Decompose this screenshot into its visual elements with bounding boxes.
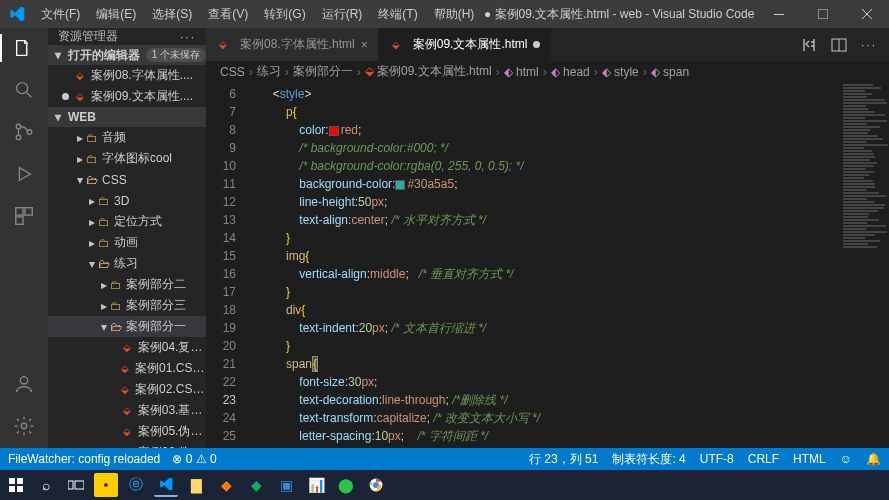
folder-item[interactable]: ▸🗀定位方式 [48,211,206,232]
breadcrumb-item[interactable]: ⬖ style [602,65,639,79]
breadcrumb-item[interactable]: ⬖ head [551,65,590,79]
breadcrumb-item[interactable]: CSS [220,65,245,79]
folder-item[interactable]: ▸🗀案例部分三 [48,295,206,316]
open-editors-header[interactable]: ▾ 打开的编辑器 1 个未保存 [48,45,206,65]
status-problems[interactable]: ⊗ 0 ⚠ 0 [172,452,216,466]
open-editor-item[interactable]: ⬙案例08.字体属性.... [48,65,206,86]
taskbar-explorer-icon[interactable]: ▇ [184,473,208,497]
vscode-logo-icon [0,6,34,22]
breadcrumb-item[interactable]: 练习 [257,63,281,80]
svg-rect-1 [818,9,828,19]
file-item[interactable]: ⬙案例02.CSS应... [48,379,206,400]
minimap[interactable] [839,83,889,448]
menu-item[interactable]: 终端(T) [371,2,424,27]
svg-rect-17 [9,478,15,484]
maximize-button[interactable] [801,0,845,28]
window-title: ● 案例09.文本属性.html - web - Visual Studio C… [481,6,757,23]
modified-indicator-icon [533,41,540,48]
svg-rect-20 [17,486,23,492]
debug-icon[interactable] [12,162,36,186]
folder-item[interactable]: ▸🗀动画 [48,232,206,253]
windows-taskbar: ⌕ • ⓔ ▇ ◆ ◆ ▣ 📊 ⬤ [0,470,889,500]
compare-changes-icon[interactable] [801,37,817,53]
menu-item[interactable]: 选择(S) [145,2,199,27]
close-icon[interactable]: × [361,38,368,52]
minimize-button[interactable] [757,0,801,28]
folder-item[interactable]: ▸🗀3D [48,190,206,211]
file-item[interactable]: ⬙案例06.伪元... [48,442,206,448]
extensions-icon[interactable] [12,204,36,228]
account-icon[interactable] [12,372,36,396]
svg-point-4 [17,83,28,94]
taskbar-search-icon[interactable]: ⌕ [34,473,58,497]
svg-point-6 [16,124,21,129]
start-button[interactable] [4,473,28,497]
breadcrumb-item[interactable]: ⬖ span [651,65,689,79]
taskbar-vscode-icon[interactable] [154,473,178,497]
status-eol[interactable]: CRLF [748,452,779,466]
workspace-root-header[interactable]: ▾WEB [48,107,206,127]
menu-item[interactable]: 帮助(H) [427,2,482,27]
status-tabsize[interactable]: 制表符长度: 4 [612,451,685,468]
source-control-icon[interactable] [12,120,36,144]
tabs-bar: ⬙案例08.字体属性.html×⬙案例09.文本属性.html ··· [206,28,889,61]
taskbar-app-icon[interactable]: ▣ [274,473,298,497]
breadcrumb-item[interactable]: 案例部分一 [293,63,353,80]
taskbar-app-icon[interactable]: • [94,473,118,497]
taskbar-app-icon[interactable]: 📊 [304,473,328,497]
title-bar: 文件(F)编辑(E)选择(S)查看(V)转到(G)运行(R)终端(T)帮助(H)… [0,0,889,28]
menu-item[interactable]: 编辑(E) [89,2,143,27]
folder-item[interactable]: ▸🗀案例部分二 [48,274,206,295]
file-item[interactable]: ⬙案例04.复杂... [48,337,206,358]
breadcrumb-item[interactable]: ⬖ html [504,65,539,79]
editor-tab[interactable]: ⬙案例09.文本属性.html [379,28,552,61]
taskbar-app-icon[interactable]: ⬤ [334,473,358,497]
taskview-icon[interactable] [64,473,88,497]
folder-item[interactable]: ▸🗀音频 [48,127,206,148]
folder-item[interactable]: ▸🗀字体图标cool [48,148,206,169]
menu-item[interactable]: 转到(G) [257,2,312,27]
file-item[interactable]: ⬙案例01.CSS的... [48,358,206,379]
sidebar-title: 资源管理器 [58,28,118,45]
taskbar-chrome-icon[interactable] [364,473,388,497]
more-actions-icon[interactable]: ··· [861,38,877,52]
file-item[interactable]: ⬙案例03.基础... [48,400,206,421]
svg-point-7 [16,135,21,140]
split-editor-icon[interactable] [831,37,847,53]
taskbar-app-icon[interactable]: ◆ [244,473,268,497]
status-bell-icon[interactable]: 🔔 [866,452,881,466]
svg-rect-10 [16,208,23,215]
svg-line-5 [27,93,32,98]
taskbar-app-icon[interactable]: ◆ [214,473,238,497]
close-button[interactable] [845,0,889,28]
status-cursor[interactable]: 行 23，列 51 [529,451,598,468]
sidebar-more-icon[interactable]: ··· [180,30,196,44]
status-language[interactable]: HTML [793,452,826,466]
svg-point-13 [20,377,27,384]
settings-gear-icon[interactable] [12,414,36,438]
line-numbers: 6789101112131415161718192021222324252627… [206,83,246,448]
search-icon[interactable] [12,78,36,102]
svg-marker-9 [19,168,30,181]
menu-item[interactable]: 运行(R) [315,2,370,27]
code-editor[interactable]: <style> p{ color:red; /* background-colo… [246,83,889,448]
status-feedback-icon[interactable]: ☺ [840,452,852,466]
svg-rect-19 [9,486,15,492]
file-item[interactable]: ⬙案例05.伪类... [48,421,206,442]
menu-item[interactable]: 查看(V) [201,2,255,27]
taskbar-edge-icon[interactable]: ⓔ [124,473,148,497]
status-filewatcher[interactable]: FileWatcher: config reloaded [8,452,160,466]
breadcrumb-item[interactable]: ⬙ 案例09.文本属性.html [365,63,492,80]
open-editor-item[interactable]: ⬙案例09.文本属性.... [48,86,206,107]
breadcrumb[interactable]: CSS›练习›案例部分一›⬙ 案例09.文本属性.html›⬖ html›⬖ h… [206,61,889,83]
explorer-icon[interactable] [12,36,36,60]
editor-tab[interactable]: ⬙案例08.字体属性.html× [206,28,379,61]
menu-item[interactable]: 文件(F) [34,2,87,27]
editor-area: ⬙案例08.字体属性.html×⬙案例09.文本属性.html ··· CSS›… [206,28,889,448]
status-encoding[interactable]: UTF-8 [700,452,734,466]
svg-rect-22 [75,481,84,489]
folder-item[interactable]: ▾🗁案例部分一 [48,316,206,337]
folder-item[interactable]: ▾🗁CSS [48,169,206,190]
svg-point-14 [21,423,27,429]
folder-item[interactable]: ▾🗁练习 [48,253,206,274]
